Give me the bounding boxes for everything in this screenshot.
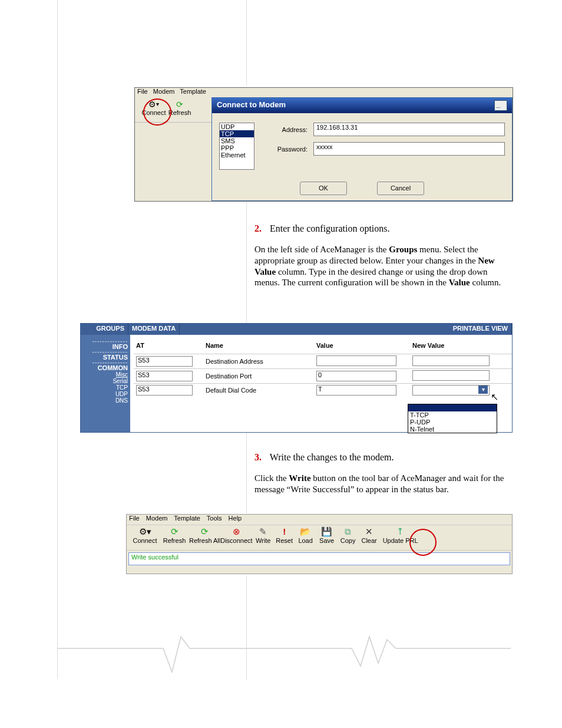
menu-template[interactable]: Template (180, 88, 206, 95)
refresh-all-icon: ⟳ (189, 526, 220, 537)
column-line (246, 200, 247, 322)
step2-body: On the left side of AceManager is the Gr… (254, 244, 508, 288)
refresh-icon: ⟳ (160, 526, 189, 537)
address-label: Address: (266, 126, 308, 133)
protocol-tcp[interactable]: TCP (220, 130, 254, 137)
sidebar-misc[interactable]: Misc (81, 371, 128, 378)
tab-bar: GROUPS MODEM DATA PRINTABLE VIEW (81, 324, 512, 335)
cancel-button[interactable]: Cancel (377, 182, 424, 195)
protocol-udp[interactable]: UDP (220, 123, 254, 130)
groups-sidebar: -------------- INFO -------------- STATU… (81, 335, 130, 432)
cell-value: T (316, 385, 396, 396)
load-button[interactable]: 📂 Load (295, 526, 316, 544)
tab-printable[interactable]: PRINTABLE VIEW (449, 324, 512, 335)
step2-heading: 2. Enter the configuration options. (254, 223, 508, 235)
column-line (246, 0, 247, 85)
update-prl-icon: ⤒ (380, 526, 421, 537)
menu-tools[interactable]: Tools (207, 515, 222, 522)
step3-body: Click the Write button on the tool bar o… (254, 473, 508, 495)
dropdown-arrow-icon[interactable]: ▾ (478, 386, 488, 394)
cell-value (316, 355, 396, 366)
dialog-titlebar: Connect to Modem _ (212, 98, 512, 113)
cell-at: S53 (136, 356, 193, 367)
write-icon: ✎ (253, 526, 274, 537)
reset-button[interactable]: ! Reset (274, 526, 295, 544)
margin-line (57, 0, 58, 679)
sidebar-udp[interactable]: UDP (81, 391, 128, 397)
refreshall-button[interactable]: ⟳ Refresh All (189, 526, 220, 544)
connect-icon: ⚙▾ (141, 100, 167, 109)
table-row: S53 Destination Address (134, 354, 512, 369)
protocol-ethernet[interactable]: Ethernet (220, 151, 254, 159)
dropdown-option-telnet[interactable]: N-Telnet (408, 426, 497, 433)
cell-newvalue-dropdown[interactable]: ▾ (412, 385, 490, 396)
menu-bar: File Modem Template Tools Help (127, 515, 512, 525)
cursor-icon: ↖ (491, 391, 498, 403)
cell-newvalue[interactable] (412, 355, 490, 366)
table-header-row: AT Name Value New Value (134, 340, 512, 354)
connect-button[interactable]: ⚙▾ Connect (141, 98, 167, 116)
refresh-icon: ⟳ (167, 100, 193, 109)
reset-icon: ! (274, 526, 295, 537)
tab-groups[interactable]: GROUPS (81, 324, 128, 335)
protocol-ppp[interactable]: PPP (220, 144, 254, 151)
col-value: Value (314, 340, 410, 354)
copy-icon: ⧉ (338, 526, 359, 537)
password-label: Password: (266, 146, 308, 153)
save-button[interactable]: 💾 Save (316, 526, 338, 544)
ok-button[interactable]: OK (300, 182, 347, 195)
menu-file[interactable]: File (129, 515, 140, 522)
toolbar: ⚙▾ Connect ⟳ Refresh ⟳ Refresh All ⊗ Dis… (127, 525, 512, 551)
col-at: AT (134, 340, 203, 354)
menu-modem[interactable]: Modem (146, 515, 168, 522)
cell-value: 0 (316, 371, 396, 381)
clear-icon: ✕ (359, 526, 380, 537)
menu-template[interactable]: Template (174, 515, 200, 522)
page-tear-edge (57, 631, 511, 684)
write-button[interactable]: ✎ Write (253, 526, 274, 544)
cell-at: S53 (136, 371, 193, 381)
protocol-list[interactable]: UDP TCP SMS PPP Ethernet (219, 123, 254, 170)
step3-heading: 3. Write the changes to the modem. (254, 452, 508, 463)
cell-newvalue[interactable] (412, 370, 490, 381)
dialcode-dropdown-selected (408, 404, 497, 411)
minimize-button[interactable]: _ (494, 100, 507, 111)
cell-at: S53 (136, 385, 193, 396)
dialog-title: Connect to Modem (217, 100, 286, 113)
sidebar-tcp[interactable]: TCP (81, 384, 128, 391)
connect-dialog-screenshot: File Modem Template ⚙▾ Connect ⟳ Refresh… (134, 87, 513, 202)
menu-file[interactable]: File (137, 88, 148, 95)
sidebar-common[interactable]: COMMON (81, 364, 128, 371)
load-icon: 📂 (295, 526, 316, 537)
password-input[interactable]: xxxxx (313, 142, 505, 156)
connect-icon: ⚙▾ (130, 526, 160, 537)
clear-button[interactable]: ✕ Clear (359, 526, 380, 544)
sidebar-dns[interactable]: DNS (81, 397, 128, 404)
connect-dialog: Connect to Modem _ UDP TCP SMS PPP Ether… (211, 97, 513, 201)
menu-modem[interactable]: Modem (153, 88, 175, 95)
table-row: S53 Destination Port 0 (134, 369, 512, 384)
protocol-sms[interactable]: SMS (220, 137, 254, 144)
status-bar: Write successful (128, 552, 510, 565)
table-row: S53 Default Dial Code T ▾ (134, 384, 512, 397)
address-input[interactable]: 192.168.13.31 (313, 123, 505, 136)
refresh-button[interactable]: ⟳ Refresh (160, 526, 189, 544)
dropdown-option-udp[interactable]: P-UDP (408, 419, 497, 426)
copy-button[interactable]: ⧉ Copy (338, 526, 359, 544)
sidebar-serial[interactable]: Serial (81, 378, 128, 384)
menu-help[interactable]: Help (229, 515, 242, 522)
dialcode-dropdown[interactable]: T-TCP P-UDP N-Telnet (408, 404, 497, 433)
cell-name: Destination Port (203, 369, 314, 384)
cell-name: Default Dial Code (203, 384, 314, 397)
updateprl-button[interactable]: ⤒ Update PRL (380, 526, 421, 544)
col-newvalue: New Value (410, 340, 512, 354)
refresh-button[interactable]: ⟳ Refresh (167, 98, 193, 116)
disconnect-icon: ⊗ (220, 526, 252, 537)
cell-name: Destination Address (203, 354, 314, 369)
connect-button[interactable]: ⚙▾ Connect (130, 526, 160, 544)
toolbar-screenshot: File Modem Template Tools Help ⚙▾ Connec… (126, 514, 513, 574)
dropdown-option-tcp[interactable]: T-TCP (408, 411, 497, 419)
tab-modemdata[interactable]: MODEM DATA (128, 324, 180, 335)
col-name: Name (203, 340, 314, 354)
disconnect-button[interactable]: ⊗ Disconnect (220, 526, 252, 544)
